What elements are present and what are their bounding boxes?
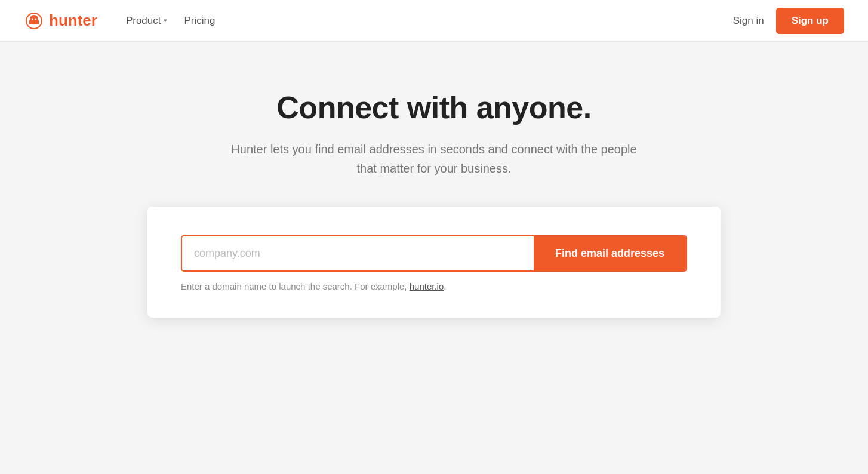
search-hint-link[interactable]: hunter.io bbox=[410, 281, 444, 291]
hero-subtitle: Hunter lets you find email addresses in … bbox=[231, 140, 637, 178]
logo[interactable]: hunter bbox=[24, 11, 97, 31]
hunter-logo-icon bbox=[24, 11, 44, 31]
svg-point-1 bbox=[32, 18, 33, 20]
pricing-nav-link[interactable]: Pricing bbox=[184, 15, 215, 27]
product-chevron-icon: ▾ bbox=[164, 17, 167, 24]
domain-search-input[interactable] bbox=[182, 236, 534, 270]
nav-right: Sign in Sign up bbox=[733, 8, 844, 34]
product-nav-link[interactable]: Product ▾ bbox=[126, 15, 168, 27]
search-hint: Enter a domain name to launch the search… bbox=[181, 281, 687, 291]
nav-left: hunter Product ▾ Pricing bbox=[24, 11, 733, 31]
search-row: Find email addresses bbox=[181, 235, 687, 272]
find-email-button[interactable]: Find email addresses bbox=[534, 236, 686, 270]
svg-point-2 bbox=[35, 18, 36, 20]
main-content: Connect with anyone. Hunter lets you fin… bbox=[0, 42, 868, 474]
sign-up-button[interactable]: Sign up bbox=[776, 8, 844, 34]
navbar: hunter Product ▾ Pricing Sign in Sign up bbox=[0, 0, 868, 42]
logo-text: hunter bbox=[49, 11, 97, 30]
sign-in-link[interactable]: Sign in bbox=[733, 15, 764, 27]
search-card: Find email addresses Enter a domain name… bbox=[147, 207, 721, 318]
hero-title: Connect with anyone. bbox=[276, 90, 591, 125]
nav-links: Product ▾ Pricing bbox=[126, 15, 216, 27]
